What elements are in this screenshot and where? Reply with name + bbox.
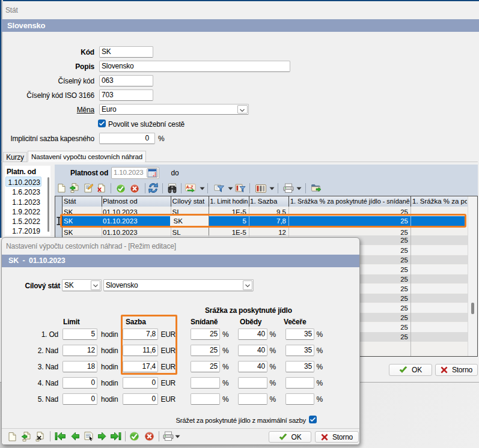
svg-text:A-Z: A-Z: [186, 184, 194, 190]
